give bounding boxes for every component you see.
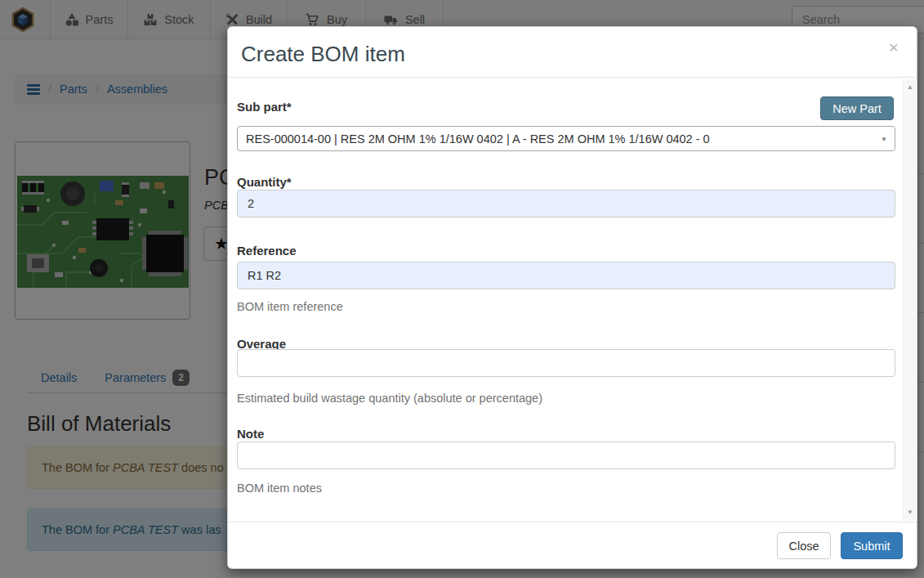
note-input[interactable] — [237, 441, 895, 469]
modal-header: Create BOM item × — [228, 27, 917, 78]
reference-help-text: BOM item reference — [237, 300, 343, 313]
quantity-label: Quantity* — [237, 175, 292, 189]
note-label: Note — [237, 427, 264, 441]
chevron-down-icon: ▼ — [881, 136, 887, 143]
reference-label: Reference — [237, 244, 297, 258]
new-part-button[interactable]: New Part — [820, 96, 894, 120]
overage-help-text: Estimated build wastage quantity (absolu… — [237, 392, 542, 405]
scroll-up-icon[interactable]: ▲ — [904, 81, 917, 94]
modal-scrollbar[interactable]: ▲ ▼ — [903, 79, 916, 521]
sub-part-selected-value: RES-000014-00 | RES 2M OHM 1% 1/16W 0402… — [246, 132, 710, 146]
screen: Parts Stock Build — [0, 0, 924, 578]
sub-part-label: Sub part* — [237, 100, 292, 114]
submit-button[interactable]: Submit — [841, 532, 903, 559]
close-icon[interactable]: × — [889, 38, 899, 56]
reference-input[interactable] — [237, 262, 895, 289]
note-help-text: BOM item notes — [237, 482, 322, 495]
modal-footer: Close Submit — [228, 522, 917, 569]
scroll-down-icon[interactable]: ▼ — [904, 506, 917, 519]
overage-input[interactable] — [237, 349, 895, 377]
quantity-input[interactable] — [237, 190, 895, 217]
modal-title: Create BOM item — [241, 42, 405, 67]
create-bom-item-modal: Create BOM item × Sub part* New Part RES… — [227, 26, 917, 569]
sub-part-select[interactable]: RES-000014-00 | RES 2M OHM 1% 1/16W 0402… — [237, 126, 895, 151]
close-button[interactable]: Close — [777, 532, 831, 559]
